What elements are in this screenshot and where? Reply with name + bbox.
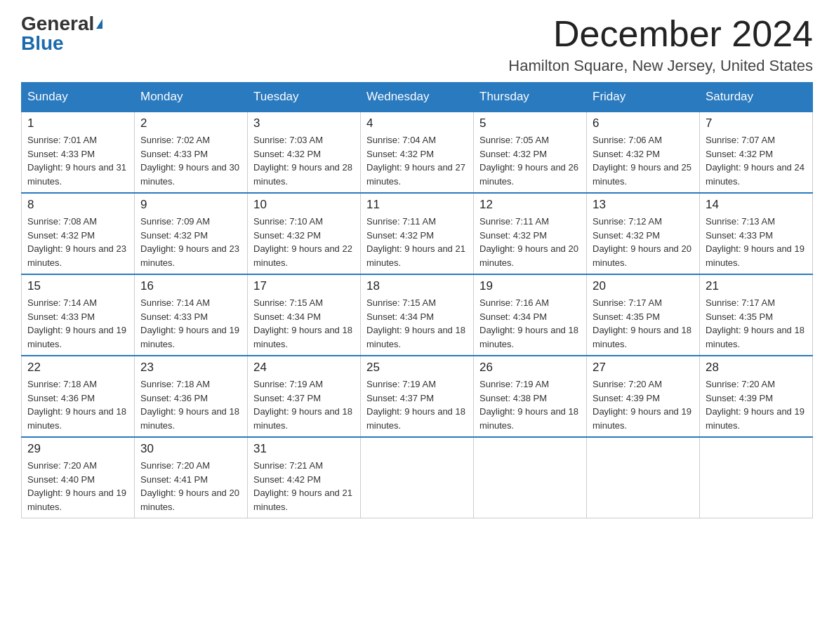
day-info-30: Sunrise: 7:20 AMSunset: 4:41 PMDaylight:… bbox=[140, 459, 241, 514]
day-info-23: Sunrise: 7:18 AMSunset: 4:36 PMDaylight:… bbox=[140, 377, 241, 432]
day-cell-25: 25Sunrise: 7:19 AMSunset: 4:37 PMDayligh… bbox=[361, 356, 474, 437]
day-info-29: Sunrise: 7:20 AMSunset: 4:40 PMDaylight:… bbox=[27, 459, 128, 514]
day-number-16: 16 bbox=[140, 279, 241, 293]
day-cell-23: 23Sunrise: 7:18 AMSunset: 4:36 PMDayligh… bbox=[135, 356, 248, 437]
day-info-8: Sunrise: 7:08 AMSunset: 4:32 PMDaylight:… bbox=[27, 215, 128, 269]
header-thursday: Thursday bbox=[474, 83, 587, 112]
day-number-19: 19 bbox=[479, 279, 581, 293]
day-cell-31: 31Sunrise: 7:21 AMSunset: 4:42 PMDayligh… bbox=[248, 437, 361, 518]
day-info-5: Sunrise: 7:05 AMSunset: 4:32 PMDaylight:… bbox=[479, 133, 581, 188]
day-number-15: 15 bbox=[27, 279, 128, 293]
day-info-31: Sunrise: 7:21 AMSunset: 4:42 PMDaylight:… bbox=[253, 459, 355, 514]
day-info-1: Sunrise: 7:01 AMSunset: 4:33 PMDaylight:… bbox=[27, 133, 128, 188]
day-cell-14: 14Sunrise: 7:13 AMSunset: 4:33 PMDayligh… bbox=[700, 193, 813, 274]
day-cell-28: 28Sunrise: 7:20 AMSunset: 4:39 PMDayligh… bbox=[700, 356, 813, 437]
day-info-11: Sunrise: 7:11 AMSunset: 4:32 PMDaylight:… bbox=[366, 215, 468, 269]
day-info-7: Sunrise: 7:07 AMSunset: 4:32 PMDaylight:… bbox=[706, 133, 807, 188]
header-friday: Friday bbox=[587, 83, 700, 112]
day-number-25: 25 bbox=[366, 361, 468, 375]
page-header: General Blue December 2024 Hamilton Squa… bbox=[21, 14, 813, 75]
calendar-table: SundayMondayTuesdayWednesdayThursdayFrid… bbox=[21, 82, 813, 518]
empty-cell-4-3 bbox=[361, 437, 474, 518]
day-info-15: Sunrise: 7:14 AMSunset: 4:33 PMDaylight:… bbox=[27, 296, 128, 351]
day-number-23: 23 bbox=[140, 361, 241, 375]
day-info-14: Sunrise: 7:13 AMSunset: 4:33 PMDaylight:… bbox=[706, 215, 807, 269]
day-number-11: 11 bbox=[366, 198, 468, 212]
day-info-28: Sunrise: 7:20 AMSunset: 4:39 PMDaylight:… bbox=[706, 377, 807, 432]
day-cell-17: 17Sunrise: 7:15 AMSunset: 4:34 PMDayligh… bbox=[248, 274, 361, 356]
day-number-8: 8 bbox=[27, 198, 128, 212]
day-cell-9: 9Sunrise: 7:09 AMSunset: 4:32 PMDaylight… bbox=[135, 193, 248, 274]
header-tuesday: Tuesday bbox=[248, 83, 361, 112]
day-info-17: Sunrise: 7:15 AMSunset: 4:34 PMDaylight:… bbox=[253, 296, 355, 351]
day-info-12: Sunrise: 7:11 AMSunset: 4:32 PMDaylight:… bbox=[479, 215, 581, 269]
header-sunday: Sunday bbox=[22, 83, 135, 112]
day-number-24: 24 bbox=[253, 361, 355, 375]
week-row-1: 1Sunrise: 7:01 AMSunset: 4:33 PMDaylight… bbox=[22, 112, 813, 193]
day-cell-26: 26Sunrise: 7:19 AMSunset: 4:38 PMDayligh… bbox=[474, 356, 587, 437]
day-cell-7: 7Sunrise: 7:07 AMSunset: 4:32 PMDaylight… bbox=[700, 112, 813, 193]
day-cell-24: 24Sunrise: 7:19 AMSunset: 4:37 PMDayligh… bbox=[248, 356, 361, 437]
day-cell-19: 19Sunrise: 7:16 AMSunset: 4:34 PMDayligh… bbox=[474, 274, 587, 356]
day-number-5: 5 bbox=[479, 116, 581, 130]
day-number-27: 27 bbox=[593, 361, 694, 375]
day-cell-3: 3Sunrise: 7:03 AMSunset: 4:32 PMDaylight… bbox=[248, 112, 361, 193]
day-number-28: 28 bbox=[706, 361, 807, 375]
day-number-31: 31 bbox=[253, 442, 355, 456]
day-info-6: Sunrise: 7:06 AMSunset: 4:32 PMDaylight:… bbox=[593, 133, 694, 188]
day-number-20: 20 bbox=[593, 279, 694, 293]
title-section: December 2024 Hamilton Square, New Jerse… bbox=[508, 14, 813, 75]
day-cell-8: 8Sunrise: 7:08 AMSunset: 4:32 PMDaylight… bbox=[22, 193, 135, 274]
header-saturday: Saturday bbox=[700, 83, 813, 112]
week-row-3: 15Sunrise: 7:14 AMSunset: 4:33 PMDayligh… bbox=[22, 274, 813, 356]
day-number-6: 6 bbox=[593, 116, 694, 130]
day-info-27: Sunrise: 7:20 AMSunset: 4:39 PMDaylight:… bbox=[593, 377, 694, 432]
day-info-2: Sunrise: 7:02 AMSunset: 4:33 PMDaylight:… bbox=[140, 133, 241, 188]
location-subtitle: Hamilton Square, New Jersey, United Stat… bbox=[508, 57, 813, 75]
day-info-21: Sunrise: 7:17 AMSunset: 4:35 PMDaylight:… bbox=[706, 296, 807, 351]
day-cell-22: 22Sunrise: 7:18 AMSunset: 4:36 PMDayligh… bbox=[22, 356, 135, 437]
day-number-3: 3 bbox=[253, 116, 355, 130]
day-cell-12: 12Sunrise: 7:11 AMSunset: 4:32 PMDayligh… bbox=[474, 193, 587, 274]
day-cell-20: 20Sunrise: 7:17 AMSunset: 4:35 PMDayligh… bbox=[587, 274, 700, 356]
day-cell-30: 30Sunrise: 7:20 AMSunset: 4:41 PMDayligh… bbox=[135, 437, 248, 518]
day-cell-6: 6Sunrise: 7:06 AMSunset: 4:32 PMDaylight… bbox=[587, 112, 700, 193]
day-number-14: 14 bbox=[706, 198, 807, 212]
day-number-26: 26 bbox=[479, 361, 581, 375]
empty-cell-4-4 bbox=[474, 437, 587, 518]
day-number-10: 10 bbox=[253, 198, 355, 212]
day-number-29: 29 bbox=[27, 442, 128, 456]
day-number-13: 13 bbox=[593, 198, 694, 212]
day-cell-15: 15Sunrise: 7:14 AMSunset: 4:33 PMDayligh… bbox=[22, 274, 135, 356]
day-cell-18: 18Sunrise: 7:15 AMSunset: 4:34 PMDayligh… bbox=[361, 274, 474, 356]
day-number-17: 17 bbox=[253, 279, 355, 293]
empty-cell-4-6 bbox=[700, 437, 813, 518]
day-cell-16: 16Sunrise: 7:14 AMSunset: 4:33 PMDayligh… bbox=[135, 274, 248, 356]
day-cell-27: 27Sunrise: 7:20 AMSunset: 4:39 PMDayligh… bbox=[587, 356, 700, 437]
day-info-26: Sunrise: 7:19 AMSunset: 4:38 PMDaylight:… bbox=[479, 377, 581, 432]
day-info-3: Sunrise: 7:03 AMSunset: 4:32 PMDaylight:… bbox=[253, 133, 355, 188]
week-row-5: 29Sunrise: 7:20 AMSunset: 4:40 PMDayligh… bbox=[22, 437, 813, 518]
logo-blue-text: Blue bbox=[21, 34, 64, 53]
day-number-4: 4 bbox=[366, 116, 468, 130]
day-number-30: 30 bbox=[140, 442, 241, 456]
day-cell-11: 11Sunrise: 7:11 AMSunset: 4:32 PMDayligh… bbox=[361, 193, 474, 274]
month-title: December 2024 bbox=[508, 14, 813, 54]
day-cell-29: 29Sunrise: 7:20 AMSunset: 4:40 PMDayligh… bbox=[22, 437, 135, 518]
day-info-20: Sunrise: 7:17 AMSunset: 4:35 PMDaylight:… bbox=[593, 296, 694, 351]
day-number-12: 12 bbox=[479, 198, 581, 212]
week-row-2: 8Sunrise: 7:08 AMSunset: 4:32 PMDaylight… bbox=[22, 193, 813, 274]
day-number-7: 7 bbox=[706, 116, 807, 130]
calendar-header: SundayMondayTuesdayWednesdayThursdayFrid… bbox=[22, 83, 813, 112]
day-info-22: Sunrise: 7:18 AMSunset: 4:36 PMDaylight:… bbox=[27, 377, 128, 432]
day-info-16: Sunrise: 7:14 AMSunset: 4:33 PMDaylight:… bbox=[140, 296, 241, 351]
day-info-10: Sunrise: 7:10 AMSunset: 4:32 PMDaylight:… bbox=[253, 215, 355, 269]
day-info-13: Sunrise: 7:12 AMSunset: 4:32 PMDaylight:… bbox=[593, 215, 694, 269]
logo-general-text: General bbox=[21, 14, 94, 34]
day-cell-2: 2Sunrise: 7:02 AMSunset: 4:33 PMDaylight… bbox=[135, 112, 248, 193]
day-info-18: Sunrise: 7:15 AMSunset: 4:34 PMDaylight:… bbox=[366, 296, 468, 351]
day-cell-1: 1Sunrise: 7:01 AMSunset: 4:33 PMDaylight… bbox=[22, 112, 135, 193]
day-number-1: 1 bbox=[27, 116, 128, 130]
day-cell-21: 21Sunrise: 7:17 AMSunset: 4:35 PMDayligh… bbox=[700, 274, 813, 356]
day-info-9: Sunrise: 7:09 AMSunset: 4:32 PMDaylight:… bbox=[140, 215, 241, 269]
